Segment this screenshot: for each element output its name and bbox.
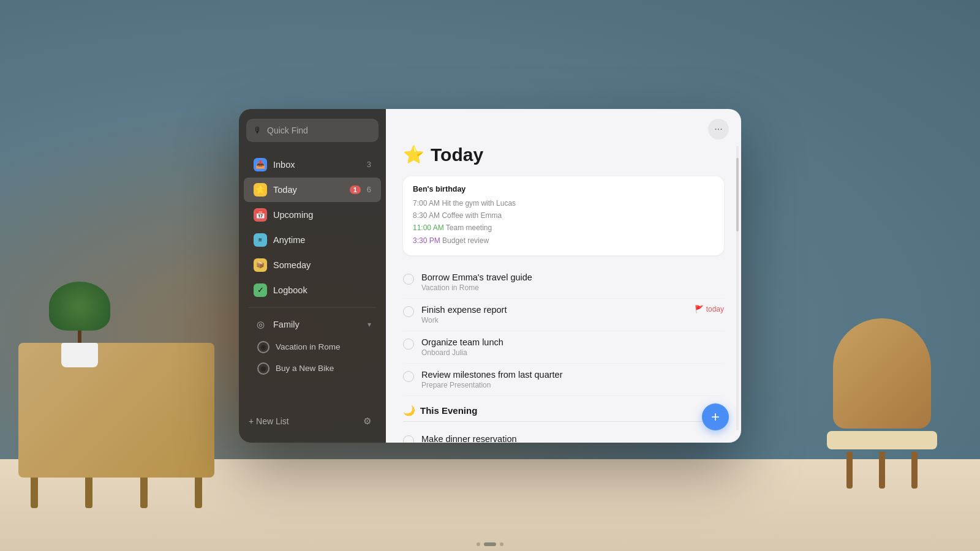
task-team-lunch[interactable]: Organize team lunch Onboard Julia — [403, 331, 724, 364]
add-task-button[interactable]: + — [702, 403, 729, 430]
bike-label: Buy a New Bike — [276, 364, 334, 373]
task-checkbox-2[interactable] — [403, 306, 414, 317]
sidebar-item-logbook[interactable]: ✓ Logbook — [244, 278, 381, 302]
more-button[interactable]: ··· — [708, 119, 729, 140]
sidebar-item-someday[interactable]: 📦 Someday — [244, 253, 381, 277]
task-borrow-guide[interactable]: Borrow Emma's travel guide Vacation in R… — [403, 266, 724, 299]
plant-stem — [78, 331, 81, 343]
title-star-icon: ⭐ — [403, 144, 424, 165]
anytime-label: Anytime — [273, 235, 371, 245]
page-title: Today — [431, 144, 483, 165]
chair-seat — [827, 431, 937, 449]
task-checkbox-4[interactable] — [403, 371, 414, 382]
calendar-events: 7:00 AM Hit the gym with Lucas 8:30 AM C… — [413, 197, 714, 247]
new-list-label: + New List — [249, 416, 289, 426]
event-label-3: Team meeting — [446, 223, 492, 232]
task-content-3: Organize team lunch Onboard Julia — [421, 337, 724, 357]
event-time-3: 11:00 AM — [413, 223, 444, 232]
task-content-4: Review milestones from last quarter Prep… — [421, 370, 724, 389]
page-title-row: ⭐ Today — [403, 144, 724, 165]
sidebar-footer: + New List ⚙ — [239, 407, 386, 435]
list-item-buy-bike[interactable]: ◎ Buy a New Bike — [244, 358, 381, 379]
cabinet-legs — [31, 478, 202, 508]
task-checkbox-5[interactable] — [403, 435, 414, 442]
event-label-4: Budget review — [442, 236, 489, 245]
search-bar[interactable]: 🎙 Quick Find — [246, 119, 379, 142]
more-icon: ··· — [714, 124, 722, 135]
evening-section: 🌙 This Evening — [403, 405, 724, 422]
event-time-4: 3:30 PM — [413, 236, 440, 245]
plant-leaves — [49, 282, 110, 331]
today-count: 6 — [367, 185, 371, 194]
task-content-1: Borrow Emma's travel guide Vacation in R… — [421, 272, 724, 292]
content-scroll[interactable]: ⭐ Today Ben's birthday 7:00 AM Hit the g… — [386, 140, 741, 443]
family-section-header[interactable]: ◎ Family ▾ — [244, 313, 381, 336]
chair-legs — [821, 452, 943, 489]
pagination — [477, 542, 503, 546]
task-subtitle-4: Prepare Presentation — [421, 381, 724, 389]
scroll-thumb — [736, 158, 739, 231]
sidebar: 🎙 Quick Find 📥 Inbox 3 ⭐ Today 1 6 📅 Upc… — [239, 109, 386, 443]
task-flag-2: 🚩 today — [695, 305, 724, 313]
calendar-birthday: Ben's birthday — [413, 185, 714, 193]
upcoming-label: Upcoming — [273, 210, 371, 220]
bike-icon: ◎ — [257, 362, 270, 375]
inbox-label: Inbox — [273, 160, 361, 170]
family-label: Family — [273, 320, 368, 329]
anytime-icon: ≡ — [254, 233, 267, 247]
chair — [821, 318, 943, 490]
cal-event-3: 11:00 AM Team meeting — [413, 222, 714, 234]
sidebar-item-today[interactable]: ⭐ Today 1 6 — [244, 178, 381, 202]
task-subtitle-3: Onboard Julia — [421, 348, 724, 357]
task-milestones[interactable]: Review milestones from last quarter Prep… — [403, 364, 724, 396]
cal-event-1: 7:00 AM Hit the gym with Lucas — [413, 197, 714, 209]
dot-2-active — [484, 542, 496, 546]
task-checkbox-3[interactable] — [403, 339, 414, 350]
task-title-4: Review milestones from last quarter — [421, 370, 724, 380]
fab-icon: + — [711, 408, 720, 425]
search-placeholder: Quick Find — [267, 126, 308, 135]
main-header: ··· — [386, 109, 741, 140]
today-label: Today — [273, 185, 344, 195]
new-list-button[interactable]: + New List — [249, 416, 353, 426]
evening-section-label: This Evening — [420, 405, 477, 416]
settings-icon: ⚙ — [363, 416, 371, 427]
task-expense-report[interactable]: Finish expense report Work 🚩 today — [403, 299, 724, 331]
task-subtitle-1: Vacation in Rome — [421, 283, 724, 292]
sidebar-item-anytime[interactable]: ≡ Anytime — [244, 228, 381, 252]
inbox-count: 3 — [367, 160, 371, 169]
cabinet — [18, 343, 214, 478]
task-content-2: Finish expense report Work — [421, 305, 687, 324]
vacation-icon: ◎ — [257, 341, 270, 353]
flag-label-2: today — [706, 305, 724, 313]
someday-icon: 📦 — [254, 258, 267, 272]
task-subtitle-2: Work — [421, 316, 687, 324]
chair-back — [833, 318, 931, 429]
list-item-vacation-rome[interactable]: ◎ Vacation in Rome — [244, 337, 381, 358]
app-window: 🎙 Quick Find 📥 Inbox 3 ⭐ Today 1 6 📅 Upc… — [239, 109, 741, 443]
sidebar-item-upcoming[interactable]: 📅 Upcoming — [244, 203, 381, 227]
task-checkbox-1[interactable] — [403, 274, 414, 285]
event-time-1: 7:00 AM — [413, 199, 440, 208]
moon-icon: 🌙 — [403, 405, 415, 416]
today-badge: 1 — [350, 186, 361, 194]
chevron-down-icon: ▾ — [368, 320, 371, 329]
sidebar-item-inbox[interactable]: 📥 Inbox 3 — [244, 152, 381, 177]
logbook-icon: ✓ — [254, 283, 267, 297]
someday-label: Someday — [273, 260, 371, 270]
event-label-2: Coffee with Emma — [442, 211, 502, 220]
cal-event-2: 8:30 AM Coffee with Emma — [413, 209, 714, 222]
settings-button[interactable]: ⚙ — [358, 412, 376, 430]
task-dinner-reservation[interactable]: Make dinner reservation Throw Party for … — [403, 428, 724, 442]
task-title-1: Borrow Emma's travel guide — [421, 272, 724, 282]
nav-items: 📥 Inbox 3 ⭐ Today 1 6 📅 Upcoming ≡ Anyti… — [239, 152, 386, 407]
task-title-5: Make dinner reservation — [421, 434, 724, 442]
family-icon: ◎ — [254, 318, 267, 331]
microphone-icon: 🎙 — [254, 126, 262, 135]
dot-1 — [477, 542, 480, 546]
cal-event-4: 3:30 PM Budget review — [413, 234, 714, 247]
vacation-label: Vacation in Rome — [276, 342, 341, 351]
upcoming-icon: 📅 — [254, 208, 267, 222]
calendar-widget: Ben's birthday 7:00 AM Hit the gym with … — [403, 176, 724, 256]
inbox-icon: 📥 — [254, 158, 267, 171]
